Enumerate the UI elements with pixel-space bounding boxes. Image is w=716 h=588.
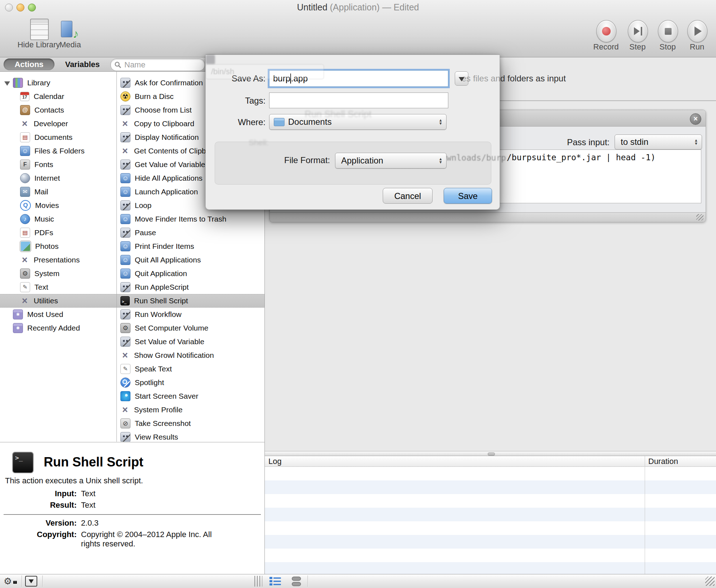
sidebar-item-developer[interactable]: × Developer	[0, 117, 116, 131]
action-spotlight[interactable]: Spotlight	[117, 376, 264, 389]
sidebar-item-internet[interactable]: Internet	[0, 171, 116, 185]
action-item-label: Hide All Applications	[135, 174, 202, 182]
action-item-label: Speak Text	[135, 365, 172, 373]
info-divider	[4, 514, 261, 515]
sidebar-item-label: Photos	[35, 242, 58, 251]
sidebar-item-utilities[interactable]: × Utilities	[0, 294, 116, 308]
splitter-handle-icon[interactable]	[488, 452, 495, 456]
globe-icon	[20, 173, 30, 183]
info-field-row: Result: Text	[0, 501, 258, 510]
pass-input-popup[interactable]: to stdin	[615, 134, 702, 150]
action-start-screen-saver[interactable]: Start Screen Saver	[117, 389, 264, 403]
panes-view-button[interactable]	[291, 576, 302, 587]
action-take-screenshot[interactable]: ⊘ Take Screenshot	[117, 417, 264, 430]
window-resize-grip[interactable]	[705, 577, 715, 586]
action-item-label: Start Screen Saver	[135, 392, 198, 400]
window-title: Untitled (Application) — Edited	[0, 2, 716, 13]
document-page-icon: ▤	[20, 132, 30, 142]
sidebar-item-label: Utilities	[34, 297, 58, 305]
action-run-shell-script[interactable]: >_ Run Shell Script	[117, 294, 264, 308]
action-item-label: Run Shell Script	[134, 297, 188, 305]
tags-input[interactable]	[269, 93, 448, 108]
sidebar-item-label: Library	[27, 79, 50, 87]
media-button[interactable]: Media	[56, 40, 85, 49]
action-pause[interactable]: Pause	[117, 226, 264, 240]
sidebar-item-pdfs[interactable]: ▤ PDFs	[0, 226, 116, 240]
file-format-popup[interactable]: Application	[335, 153, 447, 169]
finder-face-icon: ☺	[120, 255, 130, 265]
action-quit-application[interactable]: ☺ Quit Application	[117, 267, 264, 280]
run-button[interactable]	[687, 20, 707, 42]
sidebar-item-library[interactable]: Library	[0, 76, 116, 90]
screenshot-icon: ⊘	[120, 418, 130, 428]
hide-library-icon[interactable]	[30, 19, 49, 40]
screensaver-icon	[120, 391, 130, 401]
action-view-results[interactable]: View Results	[117, 430, 264, 442]
pane-resize-grip[interactable]	[254, 576, 262, 587]
photos-icon	[20, 241, 31, 252]
sidebar-item-files-folders[interactable]: ☺ Files & Folders	[0, 144, 116, 158]
automator-robot-icon	[120, 132, 130, 142]
list-view-button[interactable]	[269, 577, 281, 586]
action-run-workflow[interactable]: Run Workflow	[117, 308, 264, 321]
automator-robot-icon	[120, 160, 130, 170]
action-item-label: Run Workflow	[135, 310, 181, 319]
sidebar-item-presentations[interactable]: × Presentations	[0, 253, 116, 267]
stop-button[interactable]	[658, 20, 678, 42]
record-button[interactable]	[596, 20, 616, 42]
sidebar-item-label: Most Used	[27, 310, 63, 319]
tab-actions[interactable]: Actions	[4, 58, 54, 70]
action-move-finder-items-to-trash[interactable]: ☺ Move Finder Items to Trash	[117, 212, 264, 226]
sidebar-item-label: Developer	[34, 119, 68, 128]
action-speak-text[interactable]: ✎ Speak Text	[117, 362, 264, 376]
action-panel-bottom-bar	[270, 212, 706, 222]
sidebar-item-photos[interactable]: Photos	[0, 240, 116, 253]
log-table-header: Log Duration	[265, 456, 716, 467]
sidebar-item-contacts[interactable]: @ Contacts	[0, 103, 116, 117]
toolbar-separator	[42, 575, 43, 587]
pdf-page-icon: ▤	[20, 228, 30, 238]
action-set-value-of-variable[interactable]: Set Value of Variable	[117, 335, 264, 348]
filter-button[interactable]	[25, 576, 37, 587]
action-run-applescript[interactable]: Run AppleScript	[117, 280, 264, 294]
duration-column-header[interactable]: Duration	[648, 457, 678, 466]
sidebar-item-mail[interactable]: ✉ Mail	[0, 185, 116, 199]
sidebar-item-system[interactable]: ⚙ System	[0, 267, 116, 280]
close-action-icon[interactable]: ×	[690, 113, 701, 125]
sidebar-item-calendar[interactable]: 17 Calendar	[0, 90, 116, 103]
sidebar-item-text[interactable]: ✎ Text	[0, 280, 116, 294]
media-icon[interactable]: ♪	[61, 20, 77, 39]
step-button[interactable]	[628, 20, 648, 42]
cancel-button[interactable]: Cancel	[383, 188, 433, 204]
gear-icon: ⚙	[4, 576, 12, 587]
mail-stamp-icon: ✉	[20, 187, 30, 197]
search-field[interactable]	[110, 58, 205, 71]
search-input[interactable]	[124, 60, 197, 70]
action-system-profile[interactable]: × System Profile	[117, 403, 264, 417]
sidebar-item-documents[interactable]: ▤ Documents	[0, 131, 116, 144]
action-item-label: Pause	[135, 228, 156, 237]
text-pencil-icon: ✎	[20, 282, 30, 292]
action-print-finder-items[interactable]: ☺ Print Finder Items	[117, 240, 264, 253]
save-button[interactable]: Save	[444, 188, 492, 204]
sidebar-item-music[interactable]: ♪ Music	[0, 212, 116, 226]
disclosure-triangle-icon[interactable]	[4, 81, 10, 86]
log-splitter[interactable]	[265, 451, 716, 456]
tab-variables[interactable]: Variables	[60, 58, 105, 70]
pass-input-value: to stdin	[621, 137, 648, 147]
action-panel-resize-grip[interactable]	[696, 214, 703, 220]
action-item-label: Take Screenshot	[135, 419, 191, 428]
action-set-computer-volume[interactable]: ⚙ Set Computer Volume	[117, 321, 264, 335]
crossed-tools-icon: ×	[120, 351, 130, 360]
log-column-header[interactable]: Log	[268, 457, 282, 466]
smart-folder-icon: ✱	[13, 323, 23, 333]
sidebar-item-movies[interactable]: Q Movies	[0, 199, 116, 212]
action-show-growl-notification[interactable]: × Show Growl Notification	[117, 348, 264, 362]
sidebar-item-fonts[interactable]: F Fonts	[0, 158, 116, 171]
action-quit-all-applications[interactable]: ☺ Quit All Applications	[117, 253, 264, 267]
sidebar-item-recently-added[interactable]: ✱ Recently Added	[0, 321, 116, 335]
log-column-divider[interactable]	[645, 456, 645, 574]
gear-menu-button[interactable]: ⚙	[4, 575, 19, 587]
automator-robot-icon	[120, 337, 130, 347]
sidebar-item-most-used[interactable]: ✱ Most Used	[0, 308, 116, 321]
